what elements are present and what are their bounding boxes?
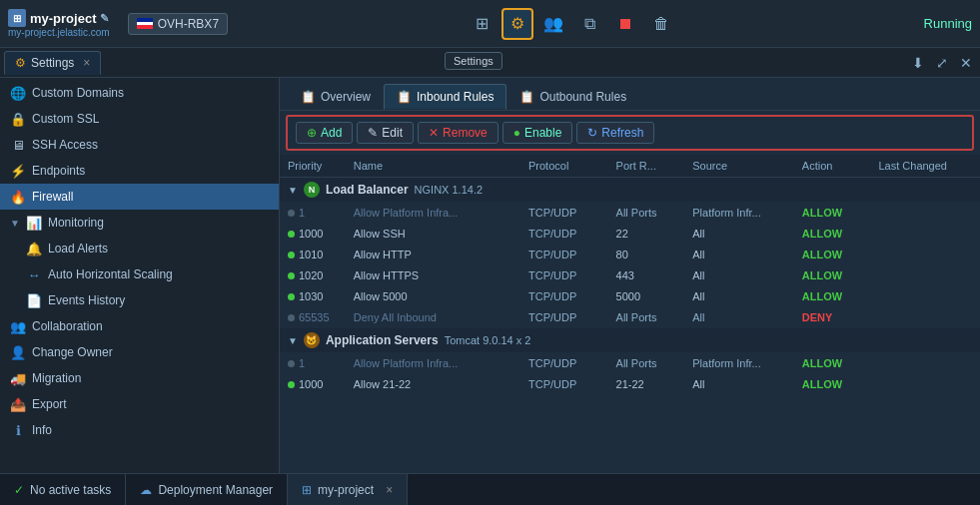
close-main-icon[interactable]: ✕ xyxy=(956,55,976,71)
section-collapse-app[interactable]: ▼ xyxy=(288,335,298,346)
table-row[interactable]: 1020 Allow HTTPS TCP/UDP 443 All ALLOW xyxy=(280,265,980,286)
firewall-tabs: 📋 Overview 📋 Inbound Rules 📋 Outbound Ru… xyxy=(280,78,980,111)
edit-label: Edit xyxy=(382,126,403,140)
settings-tab-close[interactable]: × xyxy=(83,56,90,70)
cell-port: 22 xyxy=(608,224,685,245)
sidebar-label-events-history: Events History xyxy=(48,293,125,307)
tab-inbound-rules[interactable]: 📋 Inbound Rules xyxy=(384,84,506,110)
table-row[interactable]: 1 Allow Platform Infra... TCP/UDP All Po… xyxy=(280,353,980,374)
add-button[interactable]: ⊕ Add xyxy=(296,122,353,144)
sidebar: 🌐 Custom Domains 🔒 Custom SSL 🖥 SSH Acce… xyxy=(0,78,280,473)
migration-icon: 🚚 xyxy=(10,370,26,386)
project-name: ⊞ my-project ✎ xyxy=(8,9,110,27)
sidebar-item-export[interactable]: 📤 Export xyxy=(0,391,279,417)
cell-last-changed xyxy=(870,224,980,245)
delete-icon[interactable]: 🗑 xyxy=(645,8,677,40)
cell-last-changed xyxy=(870,307,980,328)
edit-button[interactable]: ✎ Edit xyxy=(357,122,414,144)
th-source: Source xyxy=(684,155,794,178)
taskbar-no-active-tasks[interactable]: ✓ No active tasks xyxy=(0,474,126,505)
cell-action: DENY xyxy=(794,307,871,328)
table-header: Priority Name Protocol Port R... Source … xyxy=(280,155,980,178)
sidebar-item-endpoints[interactable]: ⚡ Endpoints xyxy=(0,158,279,184)
cell-last-changed xyxy=(870,265,980,286)
topbar-icons: ⊞ ⚙ 👥 ⧉ ⏹ 🗑 xyxy=(238,8,906,40)
taskbar-my-project[interactable]: ⊞ my-project × xyxy=(288,474,408,505)
outbound-tab-icon: 📋 xyxy=(519,90,534,104)
sidebar-item-info[interactable]: ℹ Info xyxy=(0,417,279,443)
tab-overview-label: Overview xyxy=(321,90,371,104)
collaboration-icon: 👥 xyxy=(10,318,26,334)
sidebar-item-custom-ssl[interactable]: 🔒 Custom SSL xyxy=(0,106,279,132)
section-collapse-lb[interactable]: ▼ xyxy=(288,185,298,196)
status-label: Running xyxy=(924,16,972,31)
deployment-manager-icon: ☁ xyxy=(140,483,152,497)
table-row[interactable]: 1030 Allow 5000 TCP/UDP 5000 All ALLOW xyxy=(280,286,980,307)
firewall-table-wrap: Priority Name Protocol Port R... Source … xyxy=(280,155,980,473)
cell-source: All xyxy=(684,224,794,245)
cell-name: Allow SSH xyxy=(346,224,520,245)
cell-priority: 1000 xyxy=(280,224,346,245)
topbar: ⊞ my-project ✎ my-project.jelastic.com O… xyxy=(0,0,980,48)
load-alerts-icon: 🔔 xyxy=(26,241,42,256)
tab-inbound-label: Inbound Rules xyxy=(417,90,493,104)
expand-icon[interactable]: ⤢ xyxy=(932,55,952,71)
tab-outbound-rules[interactable]: 📋 Outbound Rules xyxy=(506,84,639,110)
sidebar-label-ssh-access: SSH Access xyxy=(32,138,98,152)
region-badge[interactable]: OVH-RBX7 xyxy=(128,13,228,35)
clone-icon[interactable]: ⧉ xyxy=(573,8,605,40)
settings-tab[interactable]: ⚙ Settings × xyxy=(4,51,101,75)
custom-ssl-icon: 🔒 xyxy=(10,111,26,127)
table-row[interactable]: 1 Allow Platform Infra... TCP/UDP All Po… xyxy=(280,203,980,224)
sidebar-item-ssh-access[interactable]: 🖥 SSH Access xyxy=(0,132,279,158)
sidebar-item-collaboration[interactable]: 👥 Collaboration xyxy=(0,313,279,339)
sidebar-item-firewall[interactable]: 🔥 Firewall xyxy=(0,184,279,210)
sidebar-label-collaboration: Collaboration xyxy=(32,319,103,333)
download-icon[interactable]: ⬇ xyxy=(908,55,928,71)
cell-action: ALLOW xyxy=(794,286,871,307)
sidebar-label-monitoring: Monitoring xyxy=(48,216,104,230)
content-area: 📋 Overview 📋 Inbound Rules 📋 Outbound Ru… xyxy=(280,78,980,473)
ssh-access-icon: 🖥 xyxy=(10,137,26,153)
table-row[interactable]: 1010 Allow HTTP TCP/UDP 80 All ALLOW xyxy=(280,245,980,265)
deployment-manager-label: Deployment Manager xyxy=(158,483,273,497)
refresh-icon: ↻ xyxy=(587,126,597,140)
sidebar-item-migration[interactable]: 🚚 Migration xyxy=(0,365,279,391)
sidebar-item-auto-scaling[interactable]: ↔ Auto Horizontal Scaling xyxy=(0,261,279,287)
sidebar-item-load-alerts[interactable]: 🔔 Load Alerts xyxy=(0,236,279,261)
firewall-toolbar: ⊕ Add ✎ Edit ✕ Remove ● Enable ↻ Refresh xyxy=(286,115,974,151)
sidebar-label-migration: Migration xyxy=(32,371,81,385)
my-project-tab-close[interactable]: × xyxy=(386,483,393,497)
users-icon[interactable]: 👥 xyxy=(537,8,569,40)
refresh-button[interactable]: ↻ Refresh xyxy=(576,122,654,144)
section-load-balancer: ▼ N Load Balancer NGINX 1.14.2 xyxy=(280,178,980,203)
sidebar-label-info: Info xyxy=(32,423,52,437)
section-app-servers-label: ▼ 🐱 Application Servers Tomcat 9.0.14 x … xyxy=(288,332,972,348)
inbound-tab-icon: 📋 xyxy=(397,90,412,104)
cell-port: 5000 xyxy=(608,286,685,307)
taskbar-deployment-manager[interactable]: ☁ Deployment Manager xyxy=(126,474,288,505)
table-row[interactable]: 1000 Allow 21-22 TCP/UDP 21-22 All ALLOW xyxy=(280,374,980,395)
enable-button[interactable]: ● Enable xyxy=(502,122,573,144)
tab-overview[interactable]: 📋 Overview xyxy=(288,84,384,110)
settings-tab-icon: ⚙ xyxy=(15,56,26,70)
edit-project-icon[interactable]: ✎ xyxy=(100,12,109,25)
stop-icon[interactable]: ⏹ xyxy=(609,8,641,40)
sidebar-item-events-history[interactable]: 📄 Events History xyxy=(0,287,279,313)
table-row[interactable]: 65535 Deny All Inbound TCP/UDP All Ports… xyxy=(280,307,980,328)
region-label: OVH-RBX7 xyxy=(158,17,219,31)
sidebar-item-custom-domains[interactable]: 🌐 Custom Domains xyxy=(0,80,279,106)
remove-button[interactable]: ✕ Remove xyxy=(418,122,498,144)
topology-icon[interactable]: ⊞ xyxy=(466,8,497,40)
cell-source: Platform Infr... xyxy=(684,353,794,374)
settings-icon[interactable]: ⚙ xyxy=(501,8,533,40)
sidebar-item-change-owner[interactable]: 👤 Change Owner xyxy=(0,339,279,365)
section-load-balancer-label: ▼ N Load Balancer NGINX 1.14.2 xyxy=(288,182,972,198)
cell-action: ALLOW xyxy=(794,374,871,395)
cell-last-changed xyxy=(870,245,980,265)
enable-label: Enable xyxy=(524,126,561,140)
sidebar-label-endpoints: Endpoints xyxy=(32,164,85,178)
section-app-servers: ▼ 🐱 Application Servers Tomcat 9.0.14 x … xyxy=(280,328,980,353)
sidebar-item-monitoring[interactable]: ▼ 📊 Monitoring xyxy=(0,210,279,236)
table-row[interactable]: 1000 Allow SSH TCP/UDP 22 All ALLOW xyxy=(280,224,980,245)
